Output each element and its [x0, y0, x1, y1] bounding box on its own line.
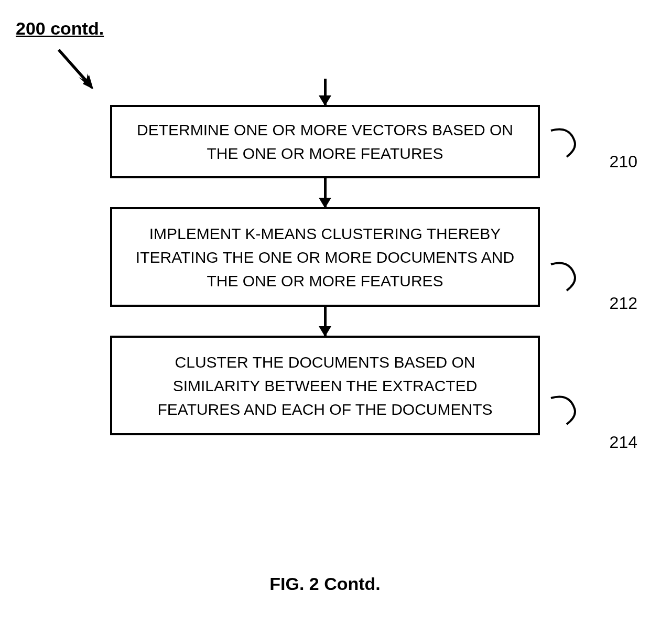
connector-arrow-icon: [324, 178, 327, 207]
reference-curve-icon: [548, 390, 590, 432]
box-text: DETERMINE ONE OR MORE VECTORS BASED ON T…: [133, 118, 517, 165]
pointer-arrow-icon: [52, 45, 105, 102]
connector-arrow-icon: [324, 307, 327, 336]
box-text: IMPLEMENT K-MEANS CLUSTERING THEREBY ITE…: [133, 222, 517, 293]
reference-number: 210: [610, 149, 637, 174]
figure-caption: FIG. 2 Contd.: [269, 574, 381, 594]
flowchart-container: DETERMINE ONE OR MORE VECTORS BASED ON T…: [110, 79, 540, 435]
reference-curve-icon: [548, 123, 590, 165]
reference-number: 212: [610, 291, 637, 316]
process-box-cluster: CLUSTER THE DOCUMENTS BASED ON SIMILARIT…: [110, 336, 540, 435]
figure-number-label: 200 contd.: [16, 18, 104, 39]
box-text: CLUSTER THE DOCUMENTS BASED ON SIMILARIT…: [133, 350, 517, 421]
reference-number: 214: [610, 430, 637, 455]
reference-curve-icon: [548, 256, 590, 298]
process-box-vectors: DETERMINE ONE OR MORE VECTORS BASED ON T…: [110, 105, 540, 178]
entry-arrow-icon: [324, 79, 327, 105]
process-box-kmeans: IMPLEMENT K-MEANS CLUSTERING THEREBY ITE…: [110, 207, 540, 307]
